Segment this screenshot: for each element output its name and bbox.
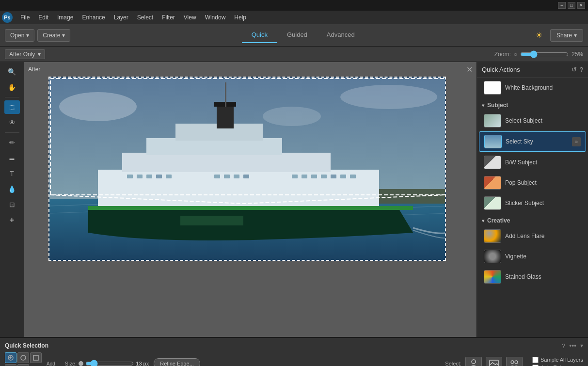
svg-point-39 — [472, 360, 476, 364]
svg-rect-13 — [127, 175, 133, 178]
brush-tool-2[interactable] — [5, 364, 16, 366]
menu-file[interactable]: File — [16, 13, 33, 22]
svg-rect-20 — [234, 175, 239, 178]
panel-header: Quick Actions ↺ ? — [477, 62, 588, 78]
maximize-button[interactable]: □ — [568, 2, 575, 9]
brush-replace-btn[interactable] — [30, 352, 42, 363]
vignette-thumb — [484, 250, 501, 263]
tab-quick[interactable]: Quick — [242, 27, 277, 43]
menu-select[interactable]: Select — [133, 13, 157, 22]
more-icon-options[interactable]: ••• — [569, 342, 576, 350]
white-bg-thumb — [484, 81, 501, 95]
svg-rect-10 — [217, 104, 234, 128]
mode-tabs: Quick Guided Advanced — [242, 27, 365, 43]
quick-action-pop-subject[interactable]: Pop Subject — [479, 173, 586, 192]
share-button[interactable]: Share ▾ — [550, 29, 583, 42]
size-slider[interactable] — [85, 360, 134, 366]
help-icon-options[interactable]: ? — [562, 342, 565, 350]
menu-bar: Ps File Edit Image Enhance Layer Select … — [0, 11, 588, 24]
zoom-slider[interactable] — [520, 50, 569, 58]
svg-rect-8 — [146, 138, 282, 155]
clone-tool[interactable]: 💧 — [4, 182, 20, 196]
creative-section-header[interactable]: ▾ Creative — [477, 213, 588, 226]
svg-rect-16 — [156, 175, 162, 178]
menu-window[interactable]: Window — [201, 13, 230, 22]
sticker-subject-label: Sticker Subject — [505, 200, 581, 207]
quick-action-stained-glass[interactable]: Stained Glass — [479, 267, 586, 286]
sample-all-layers-checkbox[interactable]: Sample All Layers — [532, 357, 583, 363]
menu-filter[interactable]: Filter — [158, 13, 179, 22]
quick-action-white-bg[interactable]: White Background — [479, 78, 586, 97]
quick-action-select-subject[interactable]: Select Subject — [479, 111, 586, 130]
zoom-value: 25% — [572, 51, 583, 58]
brush-add-btn[interactable] — [5, 352, 16, 363]
menu-view[interactable]: View — [180, 13, 200, 22]
svg-rect-7 — [122, 153, 331, 172]
brightness-icon[interactable]: ☀ — [536, 31, 542, 40]
strip-tool[interactable]: ▬ — [4, 151, 20, 165]
select-person-btn[interactable] — [465, 357, 482, 366]
brush-tool[interactable]: ✏ — [4, 136, 20, 149]
menu-help[interactable]: Help — [230, 13, 250, 22]
select-landscape-btn[interactable] — [486, 357, 502, 366]
menu-layer[interactable]: Layer — [110, 13, 132, 22]
svg-point-3 — [263, 107, 321, 126]
help-icon[interactable]: ? — [580, 66, 583, 73]
refine-edge-button[interactable]: Refine Edge... — [154, 358, 200, 366]
auto-enhance-checkbox[interactable]: Auto-Enhance — [532, 365, 583, 366]
svg-rect-28 — [350, 175, 356, 178]
svg-rect-12 — [225, 82, 226, 107]
select-sky-thumb — [484, 135, 502, 148]
close-button[interactable]: ✕ — [577, 2, 585, 9]
pop-subject-thumb — [484, 176, 501, 190]
quick-action-vignette[interactable]: Vignette — [479, 247, 586, 266]
quick-action-lens-flare[interactable]: Add Lens Flare — [479, 226, 586, 246]
refresh-icon[interactable]: ↺ — [572, 66, 577, 73]
title-bar: – □ ✕ — [0, 0, 588, 11]
quick-action-select-sky[interactable]: Select Sky » — [479, 131, 586, 152]
quick-action-sticker-subject[interactable]: Sticker Subject — [479, 193, 586, 213]
brush-subtract-btn[interactable] — [17, 352, 29, 363]
subject-section-header[interactable]: ▾ Subject — [477, 98, 588, 111]
menu-image[interactable]: Image — [53, 13, 77, 22]
size-value: 13 px — [136, 361, 149, 366]
create-button[interactable]: Create ▾ — [37, 29, 70, 42]
canvas-close[interactable]: ✕ — [466, 65, 473, 74]
select-sky-apply[interactable]: » — [572, 137, 581, 146]
svg-point-2 — [340, 85, 437, 109]
stained-glass-label: Stained Glass — [505, 273, 581, 280]
crop-tool[interactable]: ⊡ — [4, 198, 20, 211]
checkbox-group: Sample All Layers Auto-Enhance — [532, 357, 583, 366]
collapse-icon-options[interactable]: ▾ — [580, 342, 583, 349]
secondary-toolbar: After Only ▾ Zoom: ○ 25% — [0, 47, 588, 62]
sticker-subject-thumb — [484, 196, 501, 210]
select-subject-thumb — [484, 114, 501, 127]
white-bg-label: White Background — [505, 84, 581, 91]
svg-rect-40 — [490, 360, 498, 366]
quick-action-bw-subject[interactable]: B/W Subject — [479, 153, 586, 172]
open-button[interactable]: Open ▾ — [5, 29, 34, 42]
menu-enhance[interactable]: Enhance — [78, 13, 109, 22]
select-sky-label: Select Sky — [506, 138, 568, 145]
zoom-tool[interactable]: 🔍 — [4, 65, 20, 79]
vignette-label: Vignette — [505, 253, 581, 260]
svg-rect-24 — [311, 175, 317, 178]
menu-edit[interactable]: Edit — [34, 13, 52, 22]
tab-advanced[interactable]: Advanced — [317, 27, 365, 43]
select-group-btn[interactable] — [506, 357, 523, 366]
selection-tool[interactable]: ⬚ — [4, 100, 20, 114]
add-label: Add — [47, 361, 55, 366]
quick-selection-header: Quick Selection ? ••• ▾ — [5, 342, 583, 350]
hand-tool[interactable]: ✋ — [4, 80, 20, 94]
svg-rect-27 — [340, 175, 346, 178]
text-tool[interactable]: T — [4, 167, 20, 180]
svg-rect-23 — [302, 175, 307, 178]
add-tool[interactable]: + — [4, 213, 20, 227]
brush-tool-3[interactable] — [17, 364, 29, 366]
tab-guided[interactable]: Guided — [277, 27, 317, 43]
minimize-button[interactable]: – — [558, 2, 566, 9]
view-dropdown[interactable]: After Only ▾ — [5, 49, 45, 59]
eye-tool[interactable]: 👁 — [4, 116, 20, 129]
svg-rect-30 — [180, 216, 243, 225]
size-dot — [79, 361, 83, 366]
